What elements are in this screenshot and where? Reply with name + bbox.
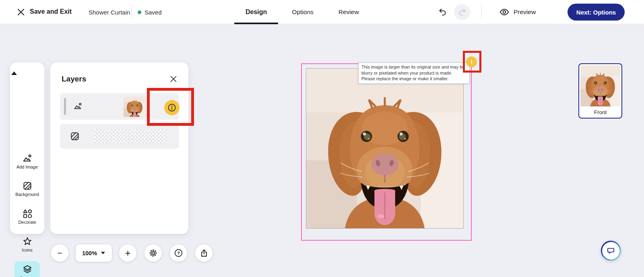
tab-review[interactable]: Review bbox=[338, 0, 360, 24]
chat-support-button[interactable] bbox=[601, 241, 621, 260]
sidebar-item-layers[interactable]: Layers bbox=[14, 261, 40, 277]
divider bbox=[131, 6, 132, 19]
design-editor-app: Save and Exit Shower Curtain Saved Desig… bbox=[0, 0, 644, 277]
collapse-rail-icon[interactable] bbox=[10, 71, 44, 76]
front-side-preview[interactable]: Front bbox=[578, 63, 622, 119]
preview-label: Preview bbox=[514, 8, 536, 16]
divider bbox=[481, 5, 482, 19]
tab-design[interactable]: Design bbox=[245, 0, 268, 24]
undo-icon[interactable] bbox=[438, 7, 448, 17]
sidebar-item-decorate[interactable]: Decorate bbox=[10, 208, 44, 225]
background-layer-icon bbox=[70, 131, 80, 142]
sidebar-item-icons[interactable]: Icons bbox=[10, 236, 44, 252]
close-panel-icon[interactable] bbox=[169, 75, 178, 83]
saved-dot-icon bbox=[138, 10, 141, 14]
zoom-level-dropdown[interactable]: 100% bbox=[76, 244, 112, 262]
layer-thumbnail-dog bbox=[124, 97, 146, 117]
main-tabs: Design Options Review bbox=[245, 0, 360, 24]
layers-panel: Layers bbox=[50, 62, 188, 234]
help-button[interactable]: ? bbox=[170, 244, 187, 262]
layer-warning-info-icon[interactable] bbox=[164, 100, 180, 115]
decorate-icon bbox=[22, 208, 33, 219]
canvas-image-dog[interactable] bbox=[306, 68, 464, 229]
sidebar-item-label: Layers bbox=[14, 275, 40, 277]
product-name: Shower Curtain bbox=[89, 9, 130, 16]
front-preview-thumbnail bbox=[580, 65, 620, 106]
warning-glyph: ! bbox=[471, 58, 473, 65]
eye-icon bbox=[499, 7, 510, 17]
top-bar: Save and Exit Shower Curtain Saved Desig… bbox=[0, 0, 644, 24]
layers-panel-title: Layers bbox=[62, 75, 86, 83]
layer-row-image[interactable] bbox=[60, 93, 179, 120]
sidebar-item-label: Icons bbox=[10, 248, 44, 252]
sidebar-item-background[interactable]: Background bbox=[10, 181, 44, 197]
question-icon: ? bbox=[173, 248, 184, 258]
preview-button[interactable]: Preview bbox=[499, 6, 536, 18]
save-and-exit-button[interactable]: Save and Exit bbox=[30, 8, 72, 15]
front-preview-label: Front bbox=[579, 109, 621, 115]
next-options-button[interactable]: Next: Options bbox=[568, 4, 625, 21]
sidebar-item-add-image[interactable]: Add Image bbox=[10, 153, 44, 169]
saved-status-label: Saved bbox=[144, 9, 162, 16]
minus-icon: − bbox=[57, 248, 62, 258]
sidebar-item-label: Add Image bbox=[10, 165, 44, 169]
layer-row-background[interactable] bbox=[60, 124, 179, 149]
tool-rail: Add Image Background Decorate Icons bbox=[10, 62, 44, 234]
warning-badge-icon[interactable]: ! bbox=[466, 56, 477, 67]
zoom-level-value: 100% bbox=[82, 250, 97, 256]
drag-handle[interactable] bbox=[64, 98, 66, 115]
sidebar-item-label: Background bbox=[10, 192, 44, 197]
close-icon[interactable] bbox=[16, 7, 26, 17]
gear-icon bbox=[148, 248, 158, 258]
add-image-icon bbox=[22, 153, 33, 164]
tab-options[interactable]: Options bbox=[291, 0, 314, 24]
layers-icon bbox=[22, 264, 33, 275]
star-icon bbox=[22, 236, 33, 247]
image-size-warning-tooltip: This image is larger than its original s… bbox=[358, 62, 470, 84]
share-icon bbox=[199, 248, 209, 258]
chevron-down-icon bbox=[101, 251, 105, 255]
zoom-out-button[interactable]: − bbox=[51, 244, 68, 262]
sidebar-item-label: Decorate bbox=[10, 220, 44, 225]
redo-icon[interactable] bbox=[454, 4, 470, 20]
settings-button[interactable] bbox=[144, 244, 162, 262]
saved-status: Saved bbox=[138, 9, 162, 16]
zoom-in-button[interactable]: + bbox=[119, 244, 136, 262]
share-button[interactable] bbox=[195, 244, 213, 262]
background-icon bbox=[22, 181, 33, 191]
svg-text:?: ? bbox=[177, 251, 180, 256]
image-layer-icon bbox=[73, 102, 83, 111]
transparent-background-swatch bbox=[95, 129, 166, 144]
chat-bubble-icon bbox=[605, 245, 616, 256]
plus-icon: + bbox=[125, 248, 130, 259]
